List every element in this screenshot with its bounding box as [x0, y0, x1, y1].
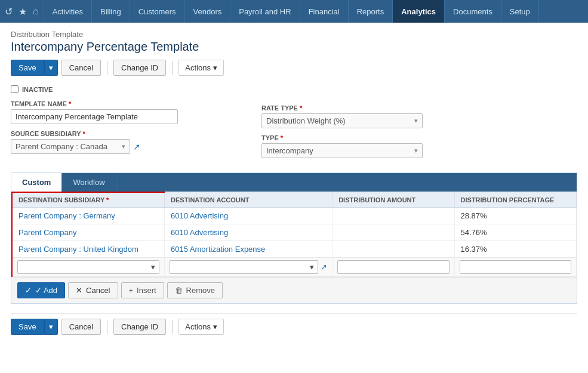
tab-custom[interactable]: Custom — [11, 173, 62, 192]
bottom-cancel-button[interactable]: Cancel — [61, 319, 101, 335]
nav-item-documents[interactable]: Documents — [445, 0, 501, 23]
save-button-group: Save ▾ — [11, 60, 58, 76]
toolbar-divider — [107, 61, 107, 75]
input-destination: ▾ — [12, 258, 165, 277]
source-subsidiary-required: * — [83, 130, 85, 137]
save-dropdown-button[interactable]: ▾ — [44, 60, 58, 76]
inactive-row: INACTIVE — [11, 85, 250, 93]
distribution-table: DESTINATION SUBSIDIARY * DESTINATION ACC… — [11, 192, 577, 277]
tab-workflow[interactable]: Workflow — [62, 173, 116, 192]
type-required: * — [281, 134, 283, 141]
type-field: TYPE * Intercompany ▾ — [261, 134, 577, 158]
input-amount — [333, 258, 454, 277]
bottom-save-button[interactable]: Save — [11, 319, 44, 335]
tab-section: Custom Workflow DESTINATION SUBSIDIARY *… — [11, 172, 577, 304]
nav-item-setup[interactable]: Setup — [501, 0, 539, 23]
rate-type-required: * — [300, 104, 302, 112]
row3-amount — [333, 241, 454, 258]
nav-item-reports[interactable]: Reports — [349, 0, 393, 23]
page-title: Intercompany Percentage Template — [11, 40, 577, 54]
input-percentage-field[interactable] — [460, 260, 571, 274]
insert-plus-icon: + — [129, 286, 134, 295]
row1-account-link[interactable]: 6010 Advertising — [171, 211, 228, 220]
row2-amount — [333, 224, 454, 241]
source-subsidiary-wrapper: Parent Company : Canada ▾ ↗ — [11, 139, 250, 154]
inactive-label: INACTIVE — [22, 86, 53, 93]
actions-button[interactable]: Actions ▾ — [178, 60, 223, 76]
input-amount-field[interactable] — [337, 260, 449, 274]
top-toolbar: Save ▾ Cancel Change ID Actions ▾ — [11, 60, 577, 76]
refresh-icon[interactable]: ↺ — [5, 6, 13, 17]
add-button[interactable]: ✓ ✓ Add — [17, 282, 65, 298]
nav-item-activities[interactable]: Activities — [44, 0, 92, 23]
breadcrumb: Distribution Template — [11, 30, 577, 39]
source-subsidiary-caret: ▾ — [122, 143, 125, 150]
bottom-actions-button[interactable]: Actions ▾ — [178, 319, 223, 335]
remove-button[interactable]: 🗑 Remove — [167, 282, 223, 298]
form-section: INACTIVE TEMPLATE NAME * SOURCE SUBSIDIA… — [11, 85, 577, 164]
row1-account: 6010 Advertising — [165, 208, 333, 224]
row2-destination: Parent Company — [12, 224, 165, 241]
type-label: TYPE * — [261, 134, 577, 141]
cancel-x-icon: ✕ — [76, 286, 82, 295]
bottom-change-id-button[interactable]: Change ID — [113, 319, 166, 335]
form-right: RATE TYPE * Distribution Weight (%) ▾ TY… — [261, 85, 577, 164]
row1-amount — [333, 208, 454, 224]
table-input-row: ▾ ▾ ↗ — [12, 258, 577, 277]
row2-account: 6010 Advertising — [165, 224, 333, 241]
table-action-buttons: ✓ ✓ Add ✕ Cancel + Insert 🗑 Remove — [11, 277, 577, 303]
rate-type-caret: ▾ — [414, 117, 418, 125]
type-select[interactable]: Intercompany ▾ — [261, 143, 423, 158]
form-left: INACTIVE TEMPLATE NAME * SOURCE SUBSIDIA… — [11, 85, 250, 164]
row3-destination-link[interactable]: Parent Company : United Kingdom — [19, 245, 138, 254]
remove-trash-icon: 🗑 — [175, 286, 183, 295]
row3-percentage: 16.37% — [454, 241, 576, 258]
source-subsidiary-field: SOURCE SUBSIDIARY * Parent Company : Can… — [11, 130, 250, 154]
input-account-external-link[interactable]: ↗ — [321, 263, 327, 272]
inactive-checkbox[interactable] — [11, 85, 19, 93]
row1-destination: Parent Company : Germany — [12, 208, 165, 224]
rate-type-field: RATE TYPE * Distribution Weight (%) ▾ — [261, 104, 577, 128]
nav-item-analytics[interactable]: Analytics — [393, 0, 445, 23]
add-check-icon: ✓ — [25, 286, 32, 295]
nav-item-billing[interactable]: Billing — [92, 0, 130, 23]
col-header-percentage: DISTRIBUTION PERCENTAGE — [454, 192, 576, 208]
template-name-label: TEMPLATE NAME * — [11, 100, 250, 107]
table-row: Parent Company : Germany 6010 Advertisin… — [12, 208, 577, 224]
rate-type-select[interactable]: Distribution Weight (%) ▾ — [261, 113, 423, 128]
insert-button[interactable]: + Insert — [121, 282, 164, 298]
cancel-button[interactable]: Cancel — [61, 60, 101, 76]
col-header-amount: DISTRIBUTION AMOUNT — [333, 192, 454, 208]
template-name-required: * — [69, 100, 71, 107]
row2-account-link[interactable]: 6010 Advertising — [171, 228, 228, 237]
row3-account-link[interactable]: 6015 Amortization Expense — [171, 245, 265, 254]
template-name-input[interactable] — [11, 109, 178, 124]
toolbar-divider-2 — [172, 61, 173, 75]
change-id-button[interactable]: Change ID — [113, 60, 166, 76]
input-percentage — [454, 258, 576, 277]
col-header-account: DESTINATION ACCOUNT — [165, 192, 333, 208]
nav-item-financial[interactable]: Financial — [300, 0, 349, 23]
input-account: ▾ ↗ — [165, 258, 333, 277]
nav-icon-group: ↺ ★ ⌂ — [0, 0, 44, 23]
source-subsidiary-external-link[interactable]: ↗ — [133, 142, 140, 152]
star-icon[interactable]: ★ — [19, 6, 27, 17]
bottom-save-dropdown-button[interactable]: ▾ — [44, 319, 58, 335]
bottom-toolbar-divider-2 — [172, 320, 173, 334]
nav-item-customers[interactable]: Customers — [130, 0, 185, 23]
nav-item-vendors[interactable]: Vendors — [185, 0, 231, 23]
input-destination-caret: ▾ — [151, 263, 155, 272]
home-icon[interactable]: ⌂ — [33, 6, 39, 17]
row2-destination-link[interactable]: Parent Company — [19, 228, 77, 237]
cancel-row-button[interactable]: ✕ Cancel — [68, 282, 118, 298]
row1-percentage: 28.87% — [454, 208, 576, 224]
input-account-caret: ▾ — [310, 263, 314, 272]
nav-item-payroll-hr[interactable]: Payroll and HR — [230, 0, 300, 23]
row3-account: 6015 Amortization Expense — [165, 241, 333, 258]
save-button[interactable]: Save — [11, 60, 44, 76]
source-subsidiary-select[interactable]: Parent Company : Canada ▾ — [11, 139, 130, 154]
input-account-select[interactable]: ▾ — [170, 260, 318, 274]
tab-header: Custom Workflow — [11, 173, 577, 192]
input-destination-select[interactable]: ▾ — [17, 260, 159, 274]
row1-destination-link[interactable]: Parent Company : Germany — [19, 211, 115, 220]
